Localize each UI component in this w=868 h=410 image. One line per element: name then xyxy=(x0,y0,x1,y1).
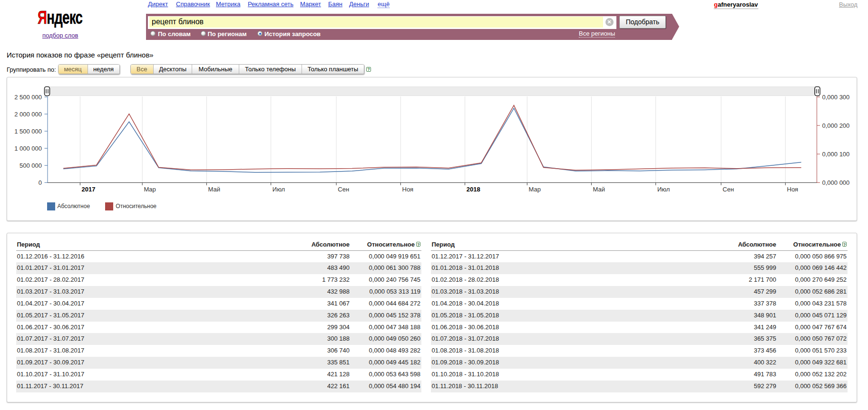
svg-text:Ноя: Ноя xyxy=(787,186,799,193)
svg-text:0,000 000: 0,000 000 xyxy=(822,179,850,186)
svg-text:0,000 200: 0,000 200 xyxy=(822,122,850,129)
svg-text:2 500 000: 2 500 000 xyxy=(14,94,42,101)
svg-text:Мар: Мар xyxy=(529,186,541,193)
svg-text:1 000 000: 1 000 000 xyxy=(14,145,42,152)
svg-text:0,000 300: 0,000 300 xyxy=(822,94,850,101)
svg-text:Июл: Июл xyxy=(273,186,285,193)
svg-text:0,000 100: 0,000 100 xyxy=(822,151,850,158)
svg-text:2017: 2017 xyxy=(82,186,96,193)
svg-text:2018: 2018 xyxy=(467,186,480,193)
svg-text:0: 0 xyxy=(39,179,42,186)
svg-text:2 000 000: 2 000 000 xyxy=(14,111,42,118)
svg-text:Май: Май xyxy=(593,186,605,193)
svg-text:1 500 000: 1 500 000 xyxy=(14,128,42,135)
svg-text:Сен: Сен xyxy=(338,186,349,193)
svg-text:Мар: Мар xyxy=(144,186,156,193)
svg-text:Ноя: Ноя xyxy=(402,186,414,193)
svg-text:Сен: Сен xyxy=(722,186,734,193)
svg-text:Июл: Июл xyxy=(657,186,670,193)
svg-text:Май: Май xyxy=(208,186,220,193)
svg-text:500 000: 500 000 xyxy=(20,162,42,169)
